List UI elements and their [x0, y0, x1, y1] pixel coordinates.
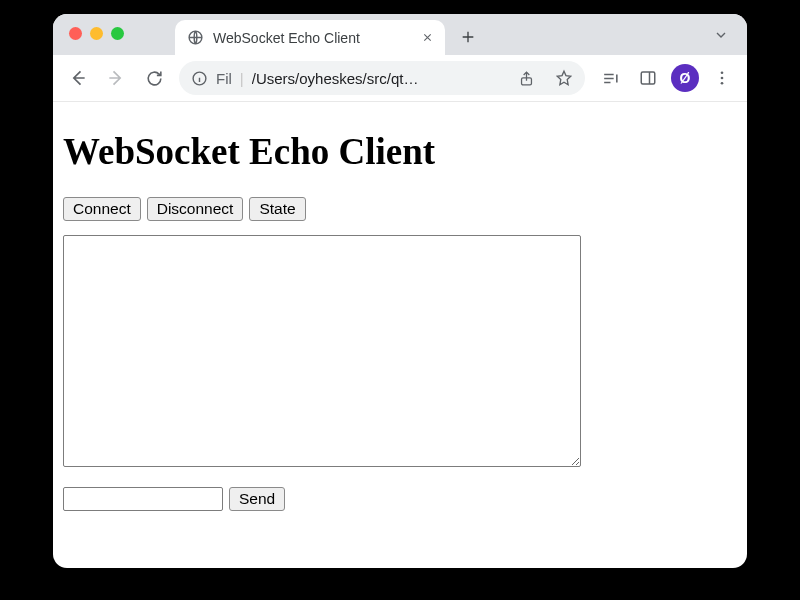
tab-active[interactable]: WebSocket Echo Client	[175, 20, 445, 55]
toolbar: Fil | /Users/oyheskes/src/qt… Ø	[53, 55, 747, 102]
address-bar[interactable]: Fil | /Users/oyheskes/src/qt…	[179, 61, 585, 95]
globe-icon	[187, 29, 204, 46]
state-button[interactable]: State	[249, 197, 305, 221]
titlebar: WebSocket Echo Client	[53, 14, 747, 55]
minimize-window-button[interactable]	[90, 27, 103, 40]
share-icon[interactable]	[511, 63, 541, 93]
svg-point-8	[721, 77, 724, 80]
bookmark-star-icon[interactable]	[549, 63, 579, 93]
tab-list-dropdown-icon[interactable]	[713, 27, 729, 43]
button-row: Connect Disconnect State	[63, 197, 737, 221]
page-title: WebSocket Echo Client	[63, 130, 737, 173]
tab-title: WebSocket Echo Client	[213, 30, 410, 46]
menu-icon[interactable]	[705, 61, 739, 95]
site-info-icon[interactable]: Fil	[191, 70, 232, 87]
browser-window: WebSocket Echo Client Fil |	[53, 14, 747, 568]
svg-point-7	[721, 71, 724, 74]
send-row: Send	[63, 487, 737, 511]
svg-rect-5	[641, 72, 655, 84]
close-tab-icon[interactable]	[419, 30, 435, 46]
reload-button[interactable]	[137, 61, 171, 95]
reading-list-icon[interactable]	[593, 61, 627, 95]
fullscreen-window-button[interactable]	[111, 27, 124, 40]
close-window-button[interactable]	[69, 27, 82, 40]
profile-avatar[interactable]: Ø	[671, 64, 699, 92]
new-tab-button[interactable]	[453, 22, 483, 52]
window-controls	[69, 27, 124, 40]
back-button[interactable]	[61, 61, 95, 95]
url-scheme-label: Fil	[216, 70, 232, 87]
message-input[interactable]	[63, 487, 223, 511]
forward-button[interactable]	[99, 61, 133, 95]
side-panel-icon[interactable]	[631, 61, 665, 95]
url-path: /Users/oyheskes/src/qt…	[252, 70, 503, 87]
page-content: WebSocket Echo Client Connect Disconnect…	[53, 102, 747, 568]
send-button[interactable]: Send	[229, 487, 285, 511]
svg-point-9	[721, 82, 724, 85]
log-textarea[interactable]	[63, 235, 581, 467]
disconnect-button[interactable]: Disconnect	[147, 197, 244, 221]
connect-button[interactable]: Connect	[63, 197, 141, 221]
avatar-initial: Ø	[680, 70, 691, 86]
